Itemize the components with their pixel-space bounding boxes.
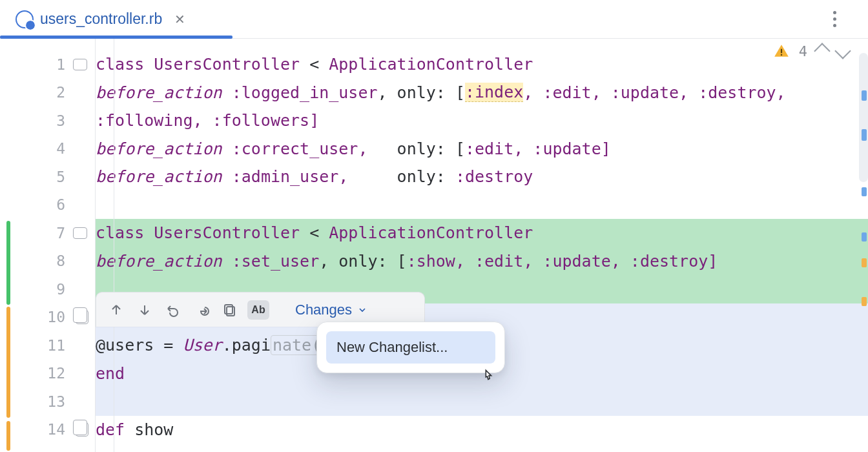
stripe-marker[interactable] [862,297,867,306]
ruby-config-icon [16,10,34,28]
vcs-change-marker-modified[interactable] [6,307,10,418]
new-changelist-label: New Changelist... [336,339,448,355]
code-line[interactable]: before_action :logged_in_user, only: [:i… [96,79,868,107]
chevron-down-icon [357,305,367,315]
changelist-popup: New Changelist... [316,322,505,373]
fold-icon[interactable] [73,59,87,70]
diff-icon[interactable] [191,299,212,321]
scrollbar-thumb[interactable] [859,53,868,182]
gutter-line[interactable]: 13 [0,387,95,416]
editor-tabbar: users_controller.rb ✕ [0,0,868,39]
code-line-added[interactable]: before_action :set_user, only: [:show, :… [96,247,868,276]
gutter-line[interactable]: 3 [0,107,95,135]
code-line[interactable]: :following, :followers] [96,107,868,135]
gutter-line[interactable]: 5 [0,163,95,191]
copy-change-icon[interactable] [219,299,241,321]
new-changelist-item[interactable]: New Changelist... [326,331,495,364]
gutter-line[interactable]: 14 [0,416,95,444]
error-stripe[interactable] [856,39,868,452]
highlight-words-button[interactable]: Ab [247,300,269,320]
file-tab-label: users_controller.rb [40,10,162,28]
gutter-line[interactable]: 10 [0,303,95,332]
prev-change-icon[interactable] [105,299,127,321]
stripe-marker[interactable] [862,187,867,196]
vcs-change-marker-added[interactable] [6,221,10,305]
file-tab[interactable]: users_controller.rb ✕ [9,0,193,38]
indent-guide [114,39,114,452]
gutter-line[interactable]: 2 [0,79,95,107]
code-line[interactable]: def show [96,416,868,444]
code-line[interactable] [96,191,868,220]
rollback-icon[interactable] [162,299,184,321]
copy-icon[interactable] [76,310,88,324]
stripe-marker[interactable] [862,129,867,141]
copy-icon[interactable] [76,422,88,437]
gutter-line[interactable]: 12 [0,360,95,388]
code-editor[interactable]: 1 2 3 4 5 6 7 8 9 10 11 12 13 14 4 clas [0,39,868,452]
code-area[interactable]: 4 class UsersController < ApplicationCon… [96,39,868,452]
code-line[interactable]: before_action :admin_user, only: :destro… [96,163,868,191]
code-line-modified[interactable] [96,387,868,416]
next-change-icon[interactable] [134,299,156,321]
stripe-marker[interactable] [862,90,867,101]
close-tab-icon[interactable]: ✕ [172,12,187,26]
gutter-line[interactable]: 4 [0,135,95,163]
code-line[interactable]: class UsersController < ApplicationContr… [96,50,868,79]
stripe-marker[interactable] [862,232,867,241]
gutter-line[interactable]: 7 [0,219,95,247]
gutter-line[interactable]: 6 [0,191,95,220]
code-line[interactable]: before_action :correct_user, only: [:edi… [96,135,868,163]
gutter-line[interactable]: 1 [0,50,95,79]
pointer-cursor-icon [480,368,498,386]
gutter-line[interactable]: 9 [0,275,95,303]
editor-gutter: 1 2 3 4 5 6 7 8 9 10 11 12 13 14 [0,39,96,452]
vcs-change-marker-modified[interactable] [6,421,10,451]
changelist-dropdown-label: Changes [295,302,352,318]
tab-overflow-menu-icon[interactable] [827,8,842,31]
stripe-marker[interactable] [862,258,867,267]
code-line-added[interactable]: class UsersController < ApplicationContr… [96,219,868,247]
changelist-dropdown[interactable]: Changes [289,299,374,321]
gutter-line[interactable]: 8 [0,247,95,276]
gutter-line[interactable]: 11 [0,331,95,360]
fold-icon[interactable] [73,227,87,239]
